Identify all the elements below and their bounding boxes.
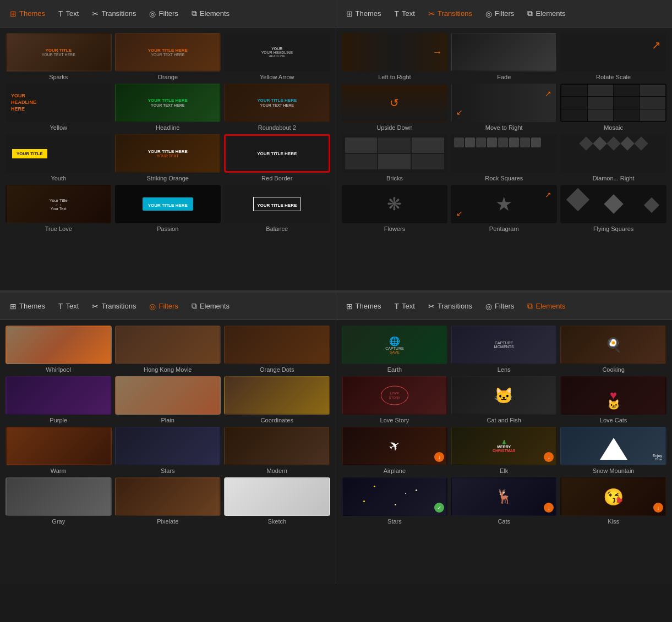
nav-transitions-label-tl: Transitions (101, 9, 136, 18)
list-item[interactable]: 🌐 CAPTURE SAVE Earth (342, 326, 448, 373)
list-item[interactable]: LOVESTORY Love Story (342, 376, 448, 423)
nav-filters-bl[interactable]: ◎ Filters (144, 299, 183, 314)
list-item[interactable]: Mosaic (560, 84, 666, 131)
elk-label: Elk (500, 467, 508, 474)
list-item[interactable]: Orange Dots (224, 326, 330, 373)
list-item[interactable]: Pixelate (115, 477, 221, 525)
transitions-icon-br: ✂ (428, 302, 435, 311)
list-item[interactable]: ★ ↗ ↙ Pentagram (451, 185, 557, 232)
list-item[interactable]: YOUR TITLE YOUR TEXT HERE Sparks (6, 33, 112, 80)
list-item[interactable]: Sketch (224, 477, 330, 525)
nav-elements-bl[interactable]: ⧉ Elements (186, 298, 235, 314)
list-item[interactable]: Flying Squares (560, 185, 666, 232)
filters-icon-br: ◎ (485, 302, 492, 311)
list-item[interactable]: ♥ 🐱 Love Cats (560, 376, 666, 423)
nav-text-tr[interactable]: T Text (389, 6, 420, 21)
list-item[interactable]: Modern (224, 427, 330, 474)
nav-filters-label-tr: Filters (495, 9, 514, 18)
list-item[interactable]: Warm (6, 427, 112, 474)
list-item[interactable]: Fade (451, 33, 557, 80)
elk-thumb: 🎄 MERRY CHRISTMAS ↓ (451, 427, 557, 465)
list-item[interactable]: Bricks (342, 134, 448, 181)
list-item[interactable]: Plain (115, 376, 221, 423)
pixelate-thumb (115, 477, 221, 516)
nav-text-tl[interactable]: T Text (53, 6, 84, 21)
stars-filter-label: Stars (161, 467, 175, 474)
download-badge-elk: ↓ (544, 452, 554, 462)
list-item[interactable]: Enjoy Time Snow Mountain (560, 427, 666, 474)
diagonal-arrow-icon: ↗ (652, 38, 661, 52)
list-item[interactable]: YOUR YOUR HEADLINE HEADLINE Yellow Arrow (224, 33, 330, 80)
list-item[interactable]: YOUR TITLE HERE YOUR TEXT HERE Orange (115, 33, 221, 80)
list-item[interactable]: Purple (6, 376, 112, 423)
nav-elements-br[interactable]: ⧉ Elements (522, 298, 571, 314)
nav-filters-tr[interactable]: ◎ Filters (480, 6, 520, 21)
list-item[interactable]: YOUR TITLE HEREYOUR TEXT HERE Headline (115, 84, 221, 131)
list-item[interactable]: ↗ ↙ Move to Right (451, 84, 557, 131)
top-right-grid: → Left to Right Fade ↗ Rotate Scale (336, 27, 673, 290)
transitions-icon-bl: ✂ (92, 302, 99, 311)
gray-label: Gray (52, 518, 65, 525)
list-item[interactable]: ↗ Rotate Scale (560, 33, 666, 80)
airplane-label: Airplane (384, 467, 406, 474)
list-item[interactable]: ✓ Stars (342, 477, 448, 525)
list-item[interactable]: Stars (115, 427, 221, 474)
nav-filters-label-tl: Filters (159, 9, 178, 18)
list-item[interactable]: YOUR TITLE HERE Passion (115, 185, 221, 232)
list-item[interactable]: 🦌 ↓ Cats (451, 477, 557, 525)
stars-el-thumb: ✓ (342, 477, 448, 516)
nav-transitions-bl[interactable]: ✂ Transitions (86, 299, 141, 314)
list-item[interactable]: Diamon... Right (560, 134, 666, 181)
list-item[interactable]: YOUR TITLE HERE Balance (224, 185, 330, 232)
nav-text-br[interactable]: T Text (389, 299, 420, 314)
purple-thumb (6, 376, 112, 415)
nav-filters-br[interactable]: ◎ Filters (480, 299, 520, 314)
list-item[interactable]: ❋ Flowers (342, 185, 448, 232)
list-item[interactable]: 😘 ↓ Kiss (560, 477, 666, 525)
save-icon: 🌐 CAPTURE SAVE (385, 336, 403, 354)
nav-themes-tr[interactable]: ⊞ Themes (341, 6, 387, 21)
nav-filters-label-bl: Filters (159, 302, 178, 310)
nav-elements-label-tr: Elements (536, 9, 565, 18)
list-item[interactable]: ↺ Upside Down (342, 84, 448, 131)
nav-filters-tl[interactable]: ◎ Filters (144, 6, 183, 21)
list-item[interactable]: 🎄 MERRY CHRISTMAS ↓ Elk (451, 427, 557, 474)
list-item[interactable]: Gray (6, 477, 112, 525)
yellow-label: Yellow (50, 124, 67, 131)
list-item[interactable]: YOUR TITLE HERE YOUR TEXT Striking Orang… (115, 134, 221, 181)
nav-text-label-bl: Text (66, 302, 79, 310)
list-item[interactable]: 🐱 Cat and Fish (451, 376, 557, 423)
roundabout2-thumb: YOUR TITLE HEREYOUR TEXT HERE (224, 84, 330, 122)
list-item[interactable]: YOUR TITLE Youth (6, 134, 112, 181)
nav-themes-br[interactable]: ⊞ Themes (341, 299, 387, 314)
nav-transitions-tl[interactable]: ✂ Transitions (86, 6, 141, 21)
list-item[interactable]: Coordinates (224, 376, 330, 423)
list-item[interactable]: → Left to Right (342, 33, 448, 80)
nav-elements-tl[interactable]: ⧉ Elements (186, 5, 235, 21)
cooking-thumb: 🍳 (560, 326, 666, 364)
nav-transitions-tr[interactable]: ✂ Transitions (423, 6, 478, 21)
top-left-panel: ⊞ Themes T Text ✂ Transitions ◎ Filters … (0, 0, 336, 290)
nav-elements-tr[interactable]: ⧉ Elements (522, 5, 571, 21)
list-item[interactable]: YOURHEADLINEHERE Yellow (6, 84, 112, 131)
list-item[interactable]: ✈ ↓ Airplane (342, 427, 448, 474)
list-item[interactable]: Whirlpool (6, 326, 112, 373)
love-cats-label: Love Cats (600, 417, 627, 423)
red-border-label: Red Border (261, 175, 292, 181)
mosaic-thumb (560, 84, 666, 122)
nav-themes-bl[interactable]: ⊞ Themes (4, 299, 51, 314)
list-item[interactable]: 🍳 Cooking (560, 326, 666, 373)
list-item[interactable]: YOUR TITLE HEREYOUR TEXT HERE Roundabout… (224, 84, 330, 131)
list-item[interactable]: Hong Kong Movie (115, 326, 221, 373)
nav-themes-tl[interactable]: ⊞ Themes (4, 6, 51, 21)
nav-text-bl[interactable]: T Text (53, 299, 84, 314)
list-item[interactable]: YOUR TITLE HERE Red Border (224, 134, 330, 181)
move-right-thumb: ↗ ↙ (451, 84, 557, 122)
list-item[interactable]: Your Title ♂ ♀ Your Text True Love (6, 185, 112, 232)
nav-transitions-br[interactable]: ✂ Transitions (423, 299, 478, 314)
list-item[interactable]: CAPTURE MOMENTS Lens (451, 326, 557, 373)
headline-thumb: YOUR TITLE HEREYOUR TEXT HERE (115, 84, 221, 122)
list-item[interactable]: Rock Squares (451, 134, 557, 181)
nav-themes-label-bl: Themes (19, 302, 45, 310)
warm-label: Warm (51, 467, 67, 474)
